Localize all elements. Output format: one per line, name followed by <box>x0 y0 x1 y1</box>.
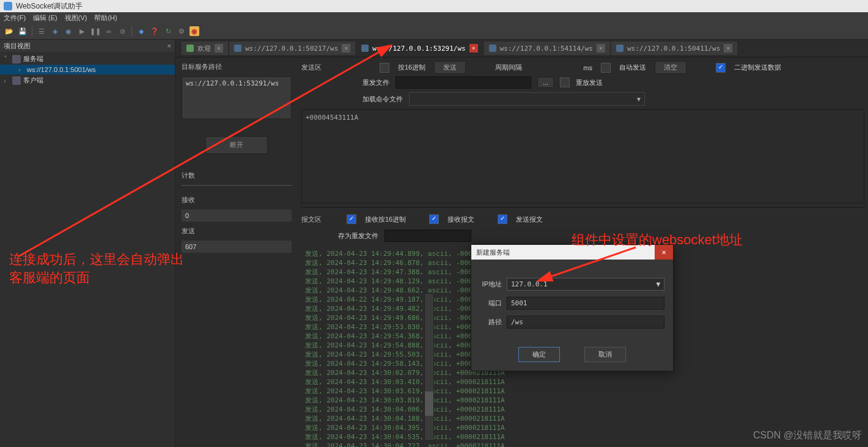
tab-welcome[interactable]: 欢迎 × <box>182 42 228 55</box>
replay-file-input[interactable] <box>395 76 531 89</box>
tab-close-icon[interactable]: × <box>469 44 478 53</box>
chevron-down-icon: ▼ <box>656 280 660 288</box>
new-server-dialog: 新建服务端 ✕ IP地址 127.0.0.1▼ 端口 路径 确定 取消 <box>471 244 674 371</box>
tab-close-icon[interactable]: × <box>724 44 732 53</box>
counter-label: 计数 <box>182 171 292 180</box>
menu-view[interactable]: 视图(V) <box>65 13 87 23</box>
play-icon[interactable]: ▶ <box>76 26 87 37</box>
target-input[interactable]: ws://127.0.0.1:53291/ws <box>182 76 292 119</box>
recv-label: 接收 <box>182 195 292 205</box>
open-icon[interactable]: 📂 <box>4 26 15 37</box>
server-node[interactable]: ˅ 服务端 <box>0 53 175 65</box>
recv-counter: 0 <box>182 209 292 222</box>
tab-close-icon[interactable]: × <box>342 44 350 53</box>
project-tree: ˅ 服务端 › ws://127.0.0.1:5001/ws › 客户端 <box>0 52 175 87</box>
send-msg-checkbox[interactable] <box>498 214 507 224</box>
period-input[interactable] <box>531 62 575 73</box>
replay-checkbox[interactable] <box>560 78 570 87</box>
tab-ws1[interactable]: ws://127.0.0.1:50217/ws × <box>229 42 355 55</box>
unlink-icon[interactable]: ⊘ <box>117 26 128 37</box>
auto-send-checkbox[interactable] <box>601 63 611 73</box>
config-panel: 目标服务路径 ws://127.0.0.1:53291/ws 断开 计数 接收 … <box>175 57 298 447</box>
binary-checkbox[interactable] <box>716 63 726 73</box>
refresh-icon[interactable]: ↻ <box>163 26 174 37</box>
link-icon[interactable]: ∞ <box>103 26 114 37</box>
scrollbar[interactable] <box>424 293 434 441</box>
send-counter: 607 <box>182 241 292 253</box>
app-title: WebSocket调试助手 <box>16 1 83 12</box>
cmd-dropdown[interactable]: ▼ <box>409 92 645 106</box>
menu-edit[interactable]: 编辑 (E) <box>33 13 57 23</box>
chevron-down-icon: ▼ <box>636 96 642 103</box>
ws-icon <box>616 45 623 52</box>
server-item[interactable]: › ws://127.0.0.1:5001/ws <box>0 65 175 74</box>
target-label: 目标服务路径 <box>182 62 292 71</box>
title-bar: WebSocket调试助手 <box>0 0 868 12</box>
tab-ws3[interactable]: ws://127.0.0.1:54114/ws × <box>484 42 610 55</box>
stop-icon[interactable]: ◉ <box>189 26 199 36</box>
ws-icon <box>489 45 496 52</box>
ws-icon <box>361 45 369 52</box>
send-button[interactable]: 发送 <box>434 61 466 74</box>
clear-button[interactable]: 清空 <box>655 61 686 74</box>
ws-icon <box>234 45 241 52</box>
new-server-icon[interactable]: ◈ <box>50 26 61 37</box>
client-node[interactable]: › 客户端 <box>0 74 175 86</box>
tab-close-icon[interactable]: × <box>597 44 605 53</box>
ip-combo[interactable]: 127.0.0.1▼ <box>507 278 664 291</box>
expand-icon[interactable]: ˅ <box>4 55 10 63</box>
tab-close-icon[interactable]: × <box>215 44 223 53</box>
folder-icon <box>12 76 21 85</box>
folder-icon <box>12 55 21 64</box>
sidebar-close-icon[interactable]: × <box>167 42 171 49</box>
project-sidebar: 项目视图 × ˅ 服务端 › ws://127.0.0.1:5001/ws › … <box>0 40 175 447</box>
send-textarea[interactable]: +00004543111A <box>301 109 864 203</box>
save-file-input[interactable] <box>384 230 471 242</box>
watermark: CSDN @没错就是我哎呀 <box>753 429 862 442</box>
menu-file[interactable]: 文件(F) <box>4 13 26 23</box>
tab-ws2[interactable]: ws://127.0.0.1:53291/ws × <box>356 42 482 55</box>
list-icon[interactable]: ☰ <box>36 26 47 37</box>
recv-area-label: 报文区 <box>301 215 338 224</box>
tab-ws4[interactable]: ws://127.0.0.1:50411/ws × <box>611 42 737 55</box>
settings-icon[interactable]: ⚙ <box>176 26 187 37</box>
recv-hex-checkbox[interactable] <box>347 214 356 224</box>
book-icon[interactable]: ◆ <box>136 26 147 37</box>
new-client-icon[interactable]: ◉ <box>63 26 74 37</box>
recv-msg-checkbox[interactable] <box>429 214 439 224</box>
browse-button[interactable]: ... <box>537 77 554 88</box>
tab-bar: 欢迎 × ws://127.0.0.1:50217/ws × ws://127.… <box>175 40 868 57</box>
send-area-label: 发送区 <box>301 63 338 72</box>
toolbar: 📂 💾 ☰ ◈ ◉ ▶ ❚❚ ∞ ⊘ ◆ ❓ ↻ ⚙ ◉ <box>0 23 868 40</box>
save-icon[interactable]: 💾 <box>17 26 28 37</box>
home-icon <box>186 45 194 52</box>
menu-help[interactable]: 帮助(H) <box>94 13 117 23</box>
menu-bar: 文件(F) 编辑 (E) 视图(V) 帮助(H) <box>0 12 868 23</box>
dialog-close-button[interactable]: ✕ <box>655 245 673 260</box>
path-input[interactable] <box>507 316 664 329</box>
hex-checkbox[interactable] <box>380 63 389 73</box>
sidebar-title: 项目视图 <box>4 42 31 51</box>
pause-icon[interactable]: ❚❚ <box>90 26 101 37</box>
port-input[interactable] <box>507 297 664 310</box>
collapse-icon[interactable]: › <box>4 77 10 84</box>
cancel-button[interactable]: 取消 <box>584 347 626 362</box>
disconnect-button[interactable]: 断开 <box>205 136 268 154</box>
ok-button[interactable]: 确定 <box>518 347 560 362</box>
app-icon <box>4 2 12 10</box>
dialog-title: 新建服务端 <box>476 248 510 257</box>
help-icon[interactable]: ❓ <box>149 26 160 37</box>
send-label: 发送 <box>182 227 292 236</box>
